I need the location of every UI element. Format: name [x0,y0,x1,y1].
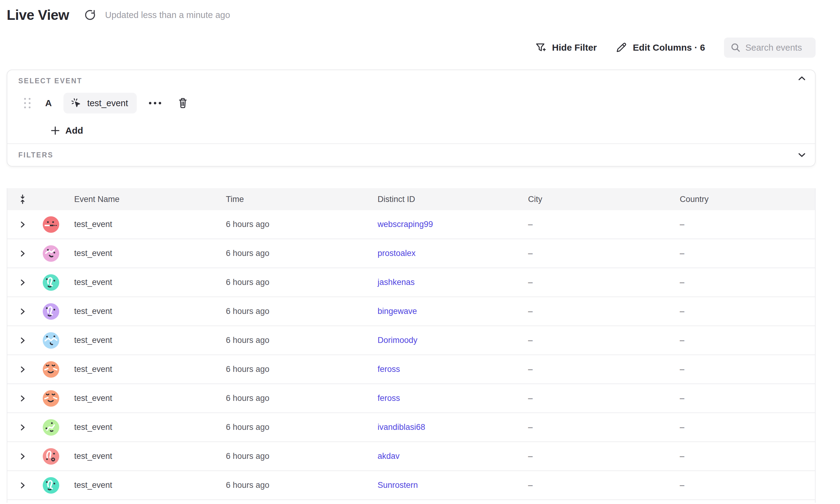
chevron-right-icon [19,250,26,257]
time-cell: 6 hours ago [215,422,367,432]
search-events-box[interactable] [724,37,816,58]
trash-icon [177,97,189,109]
time-cell: 6 hours ago [215,394,367,403]
table-row: test_event 6 hours ago bingewave – – [7,297,815,326]
row-expand-button[interactable] [16,450,29,463]
column-header-city[interactable]: City [518,195,669,204]
click-cursor-icon [70,97,83,109]
expand-filters-button[interactable] [797,151,806,158]
row-expand-button[interactable] [16,421,29,434]
city-cell: – [518,277,669,287]
add-event-button[interactable]: Add [50,122,83,140]
event-query-row: A test_event [7,92,815,114]
select-event-section-label: SELECT EVENT [18,77,83,85]
chevron-right-icon [19,365,26,374]
chevron-down-icon [797,151,806,158]
table-row: test_event 6 hours ago feross – – [7,384,815,413]
distinct-id-link[interactable]: akdav [378,451,400,461]
distinct-id-link[interactable]: feross [378,394,400,403]
distinct-id-link[interactable]: prostoalex [378,249,416,258]
row-expand-button[interactable] [16,247,29,260]
filter-plus-icon [535,42,547,53]
time-cell: 6 hours ago [215,336,367,345]
user-avatar-icon [43,216,59,233]
row-expand-button[interactable] [16,276,29,289]
city-cell: – [518,451,669,461]
edit-columns-button[interactable]: Edit Columns · 6 [616,42,705,53]
row-expand-button[interactable] [16,305,29,318]
query-builder-panel: SELECT EVENT A test_event [7,70,816,166]
city-cell: – [518,249,669,258]
search-events-input[interactable] [746,43,809,53]
distinct-id-link[interactable]: webscraping99 [378,220,433,229]
page-header: Live View Updated less than a minute ago [7,7,230,23]
chevron-right-icon [19,424,26,431]
user-avatar-icon [43,332,59,349]
user-avatar-icon [43,361,59,378]
pencil-icon [616,42,627,53]
time-cell: 6 hours ago [215,277,367,287]
edit-columns-label: Edit Columns · 6 [633,42,705,53]
time-cell: 6 hours ago [215,307,367,316]
time-cell: 6 hours ago [215,451,367,461]
event-selector-chip[interactable]: test_event [64,93,137,113]
hide-filter-button[interactable]: Hide Filter [535,42,597,53]
table-row: test_event 6 hours ago feross – – [7,355,815,384]
user-avatar-icon [43,448,59,465]
table-row: test_event 6 hours ago akdav – – [7,442,815,471]
row-expand-button[interactable] [16,218,29,231]
filters-section-toggle[interactable]: FILTERS [7,144,815,166]
event-name-cell: test_event [64,394,215,403]
table-row: test_event 6 hours ago Sunrostern – – [7,471,815,500]
chevron-right-icon [19,482,26,489]
event-chip-label: test_event [87,98,128,108]
city-cell: – [518,394,669,403]
collapse-section-button[interactable] [797,75,806,82]
country-cell: – [669,277,815,287]
column-header-distinct-id[interactable]: Distinct ID [367,195,518,204]
distinct-id-link[interactable]: feross [378,364,400,374]
plus-icon [50,125,60,136]
time-cell: 6 hours ago [215,481,367,490]
chevron-right-icon [19,307,26,316]
table-row: test_event 6 hours ago jashkenas – – [7,268,815,297]
country-cell: – [669,307,815,316]
table-row: test_event 6 hours ago ivandiblasi68 – – [7,413,815,442]
column-header-time[interactable]: Time [215,195,367,204]
distinct-id-link[interactable]: jashkenas [378,277,415,287]
row-expand-button[interactable] [16,392,29,405]
table-row: test_event 6 hours ago webscraping99 – – [7,210,815,239]
distinct-id-link[interactable]: Dorimoody [378,336,418,345]
event-name-cell: test_event [64,336,215,345]
table-body: test_event 6 hours ago webscraping99 – –… [7,210,815,500]
distinct-id-link[interactable]: bingewave [378,307,417,316]
chevron-right-icon [19,278,26,287]
drag-handle-icon[interactable] [24,98,31,108]
column-header-country[interactable]: Country [669,195,815,204]
row-expand-button[interactable] [16,334,29,347]
row-expand-button[interactable] [16,363,29,376]
country-cell: – [669,451,815,461]
time-cell: 6 hours ago [215,249,367,258]
distinct-id-link[interactable]: ivandiblasi68 [378,422,425,432]
events-table: Event Name Time Distinct ID City Country [7,188,816,503]
time-cell: 6 hours ago [215,364,367,374]
country-cell: – [669,220,815,229]
more-options-button[interactable] [146,99,164,107]
collapse-all-rows-button[interactable] [7,194,38,204]
country-cell: – [669,422,815,432]
row-expand-button[interactable] [16,479,29,492]
filters-section-label: FILTERS [18,151,53,159]
delete-event-button[interactable] [177,97,189,109]
distinct-id-link[interactable]: Sunrostern [378,481,418,490]
user-avatar-icon [43,245,59,262]
time-cell: 6 hours ago [215,220,367,229]
partial-next-row [7,500,815,503]
refresh-button[interactable] [84,8,97,22]
event-name-cell: test_event [64,364,215,374]
add-button-label: Add [65,125,83,136]
city-cell: – [518,422,669,432]
city-cell: – [518,307,669,316]
event-series-letter: A [45,98,52,108]
column-header-event-name[interactable]: Event Name [64,195,215,204]
